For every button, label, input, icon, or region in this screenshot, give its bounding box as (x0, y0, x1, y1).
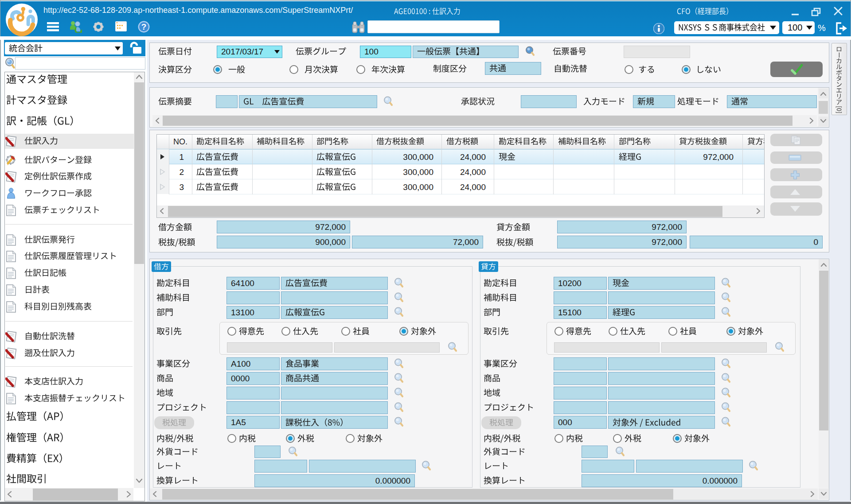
svg-text:?: ? (141, 22, 147, 31)
